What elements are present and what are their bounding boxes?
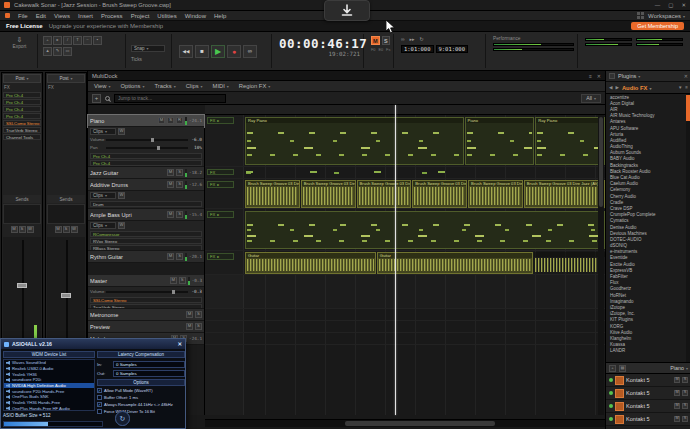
menu-item[interactable]: Utilities bbox=[157, 13, 176, 19]
plugin-vendor-item[interactable]: LANDR bbox=[606, 348, 690, 354]
automation-write-button[interactable]: W bbox=[118, 192, 125, 199]
power-led-icon[interactable] bbox=[609, 404, 613, 408]
clips-pane[interactable]: FX▸ Ray Piano Piano bbox=[205, 115, 605, 415]
stop-button[interactable]: ■ bbox=[195, 45, 209, 58]
lane-master[interactable] bbox=[205, 275, 605, 309]
play-button[interactable]: ▶ bbox=[211, 45, 225, 58]
dock-close-icon[interactable]: ✕ bbox=[597, 73, 601, 79]
fx-item[interactable]: RVox Stereo bbox=[90, 238, 202, 244]
lane-fx-chip[interactable]: FX▸ bbox=[207, 211, 234, 218]
tool-button[interactable]: ▸ bbox=[53, 36, 62, 45]
fx-bin-item[interactable]: Pro Ch-4 bbox=[3, 113, 41, 119]
timeline-ruler[interactable]: 5913172125293337414549 bbox=[205, 105, 605, 115]
synth-mute-button[interactable]: M bbox=[674, 390, 680, 396]
jump-to-track-input[interactable] bbox=[114, 94, 226, 103]
trackview-menu[interactable]: Tracks bbox=[154, 83, 175, 89]
track-header-rythm-guitar[interactable]: Rythm Guitar M S -20.1 bbox=[88, 251, 204, 263]
browser-category[interactable]: Audio FX bbox=[622, 85, 651, 91]
menu-item[interactable]: Window bbox=[185, 13, 206, 19]
synth-rack-row[interactable]: Kontakt 5 M S bbox=[606, 413, 690, 426]
browser-scroll-thumb[interactable] bbox=[686, 95, 690, 121]
track-solo-button[interactable]: S bbox=[195, 311, 202, 318]
track-header-piano[interactable]: Piano M S R -24.1 bbox=[88, 115, 204, 127]
fx-item[interactable]: RCompressor bbox=[90, 231, 202, 237]
synth-solo-button[interactable]: S bbox=[682, 377, 688, 383]
trackview-menu[interactable]: Clips bbox=[186, 83, 203, 89]
lane-rythm-guitar[interactable]: FX▸ Guitar Guitar bbox=[205, 251, 605, 275]
loop-start-field[interactable]: 1:01:000 bbox=[401, 45, 434, 53]
checkbox[interactable]: ✓ bbox=[97, 388, 102, 393]
synth-solo-button[interactable]: S bbox=[682, 403, 688, 409]
track-arm-button[interactable]: R bbox=[176, 117, 183, 124]
lane-jazz-guitar[interactable]: FX bbox=[205, 167, 605, 179]
edit-tool-button[interactable]: ✎ bbox=[53, 47, 62, 56]
audio-clip[interactable]: Brush Sweep Groove 03 Dire (Jazz) bbox=[357, 180, 412, 208]
menu-item[interactable]: Edit bbox=[36, 13, 46, 19]
menu-item[interactable]: Process bbox=[101, 13, 123, 19]
filter-icon[interactable]: ▼ bbox=[678, 85, 682, 90]
buffer-size-slider[interactable] bbox=[3, 421, 103, 427]
synth-mute-button[interactable]: M bbox=[674, 377, 680, 383]
track-mute-button[interactable]: M bbox=[158, 117, 165, 124]
fader-handle[interactable] bbox=[17, 283, 27, 288]
add-synth-button[interactable]: + bbox=[609, 365, 616, 372]
fx-item[interactable]: Pro Ch-4 bbox=[90, 160, 202, 166]
add-track-button[interactable]: + bbox=[92, 94, 101, 103]
track-header-preview[interactable]: Preview M S bbox=[88, 321, 204, 333]
lane-ample-bass[interactable]: FX▸ bbox=[205, 209, 605, 251]
lane-metronome[interactable] bbox=[205, 309, 605, 321]
tool-button[interactable]: T bbox=[73, 36, 82, 45]
tool-button[interactable]: ▪ bbox=[93, 36, 102, 45]
lane-fx-chip[interactable]: FX▸ bbox=[207, 181, 234, 188]
lane-piano[interactable]: FX▸ Ray Piano Piano bbox=[205, 115, 605, 167]
trackview-menu[interactable]: View bbox=[94, 83, 110, 89]
audio-clip[interactable]: Guitar bbox=[245, 252, 376, 274]
asio-title-bar[interactable]: ASIO4ALL v2.16 ✕ bbox=[1, 339, 185, 349]
asio-option-row[interactable]: ✓ Allow Pull Mode (WaveRT) bbox=[97, 387, 185, 394]
playhead[interactable] bbox=[395, 105, 396, 415]
audio-clip[interactable] bbox=[534, 252, 605, 274]
loop-icon[interactable]: ∞ bbox=[401, 36, 405, 42]
track-mute-button[interactable]: M bbox=[167, 181, 174, 188]
synth-rack-row[interactable]: Kontakt 5 M S bbox=[606, 400, 690, 413]
menu-item[interactable]: Project bbox=[131, 13, 150, 19]
synth-mute-button[interactable]: M bbox=[674, 403, 680, 409]
tool-button[interactable]: + bbox=[43, 36, 52, 45]
audio-clip[interactable]: Guitar bbox=[377, 252, 533, 274]
track-filter-dropdown[interactable]: All bbox=[581, 94, 601, 103]
edit-filter-dropdown[interactable]: Clips bbox=[90, 192, 116, 199]
fx-bin-item[interactable]: Pro Ch-4 bbox=[3, 92, 41, 98]
volume-slider[interactable] bbox=[106, 291, 188, 293]
wdm-device-item[interactable]: OnePlus Hands-Free HF Audio bbox=[4, 406, 94, 412]
track-solo-button[interactable]: S bbox=[176, 211, 183, 218]
lane-melody[interactable] bbox=[205, 333, 605, 345]
pin-icon[interactable] bbox=[609, 73, 615, 79]
track-solo-button[interactable]: S bbox=[176, 169, 183, 176]
inspector-preset-dropdown[interactable]: Post bbox=[47, 74, 85, 83]
trackview-menu[interactable]: Region FX bbox=[239, 83, 270, 89]
fx-bin-item[interactable]: Pro Ch-4 bbox=[3, 106, 41, 112]
browser-scrollbar[interactable] bbox=[686, 94, 690, 362]
trackview-menu[interactable]: Options bbox=[120, 83, 144, 89]
browser-tab-plugins[interactable]: Plugins bbox=[618, 73, 640, 79]
lane-fx-chip[interactable]: FX▸ bbox=[207, 253, 234, 260]
snap-button[interactable]: Snap bbox=[131, 45, 165, 52]
synth-mute-button[interactable]: M bbox=[674, 416, 680, 422]
lane-additive-drums[interactable]: FX▸ Brush Sweep Groove 03 Dire (Jazz) Br… bbox=[205, 179, 605, 209]
multidock-tab[interactable]: MultiDock bbox=[92, 73, 117, 79]
track-header-master[interactable]: Master M S -0.3 bbox=[88, 275, 204, 287]
audio-clip[interactable]: Brush Sweep Groove 03 Dire (Jazz) bbox=[245, 180, 300, 208]
list-view-icon[interactable]: ≡ bbox=[685, 85, 688, 90]
track-mute-button[interactable]: M bbox=[167, 169, 174, 176]
volume-slider[interactable] bbox=[106, 139, 188, 141]
synth-rack-row[interactable]: Kontakt 5 M S bbox=[606, 387, 690, 400]
checkbox[interactable] bbox=[97, 395, 102, 400]
smart-tool-button[interactable]: ▲ bbox=[43, 47, 52, 56]
automation-write-button[interactable]: W bbox=[118, 222, 125, 229]
loop-set-icon[interactable]: ▸▸ bbox=[410, 36, 415, 42]
audio-clip[interactable]: Brush Sweep Groove 03 Dire Jazz (Alt) bbox=[524, 180, 605, 208]
out-samples-input[interactable]: 0 Samples bbox=[113, 370, 185, 377]
power-led-icon[interactable] bbox=[609, 378, 613, 382]
fx-bin-item[interactable]: Pro Ch-4 bbox=[3, 99, 41, 105]
in-samples-input[interactable]: 0 Samples bbox=[113, 361, 185, 368]
